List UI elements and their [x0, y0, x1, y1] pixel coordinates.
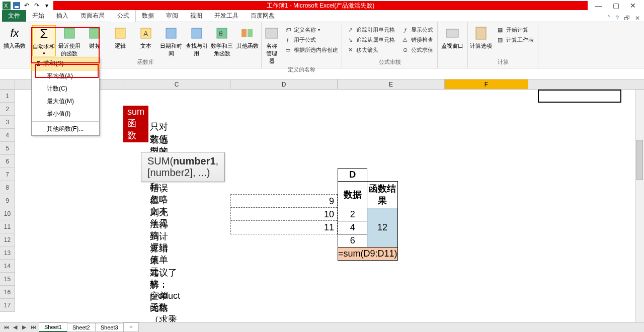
sheet-nav-next[interactable]: ▶: [20, 324, 28, 330]
col-header-c[interactable]: C: [123, 79, 230, 89]
insert-function-button[interactable]: fx插入函数: [2, 25, 27, 50]
calculate-now-button[interactable]: ▦开始计算: [494, 25, 536, 34]
row-header[interactable]: 15: [0, 273, 15, 286]
math-icon: θ: [214, 25, 230, 41]
svg-text:θ: θ: [219, 30, 223, 38]
row-header[interactable]: 14: [0, 260, 15, 273]
calc-now-icon: ▦: [496, 26, 504, 34]
redo-icon[interactable]: ↷: [32, 1, 41, 10]
maximize-button[interactable]: ▢: [611, 2, 621, 10]
formula-input[interactable]: [44, 68, 644, 79]
row-header[interactable]: 13: [0, 246, 15, 260]
vertical-scrollbar[interactable]: [635, 90, 644, 322]
row-header[interactable]: 8: [0, 181, 15, 194]
row-header[interactable]: 2: [0, 103, 15, 116]
tab-file[interactable]: 文件: [2, 10, 26, 22]
text-button[interactable]: A文本: [134, 25, 157, 50]
error-check-button[interactable]: ⚠错误检查: [399, 35, 435, 44]
doc-restore-icon[interactable]: 🗗: [624, 15, 630, 22]
financial-button[interactable]: 财务: [83, 25, 107, 50]
doc-close-icon[interactable]: ✕: [635, 15, 640, 22]
recent-functions-button[interactable]: 最近使用的函数: [58, 25, 82, 57]
title-text: 工作簿1 - Microsoft Excel(产品激活失败): [53, 1, 588, 10]
col-header-f[interactable]: F: [445, 79, 528, 89]
trace-dependents-button[interactable]: ↘追踪从属单元格: [344, 35, 397, 44]
tab-data[interactable]: 数据: [136, 10, 160, 22]
dropdown-count[interactable]: 计数(C): [32, 82, 99, 95]
watch-window-button[interactable]: 监视窗口: [440, 25, 465, 50]
calc-options-button[interactable]: 计算选项: [470, 25, 492, 50]
tab-formula[interactable]: 公式: [111, 10, 136, 22]
qat-dropdown-icon[interactable]: ▾: [42, 1, 51, 10]
create-from-selection-button[interactable]: ▭根据所选内容创建: [282, 45, 340, 54]
row-header[interactable]: 6: [0, 155, 15, 168]
row-header[interactable]: 16: [0, 286, 15, 299]
use-in-formula-button[interactable]: ƒ用于公式: [282, 35, 340, 44]
tab-view[interactable]: 视图: [184, 10, 208, 22]
tab-review[interactable]: 审阅: [160, 10, 184, 22]
save-icon[interactable]: [12, 1, 21, 10]
other-icon: [239, 25, 256, 41]
remove-arrows-button[interactable]: ✕移去箭头: [344, 45, 397, 54]
datetime-button[interactable]: 日期和时间: [159, 25, 183, 57]
logical-button[interactable]: 逻辑: [109, 25, 132, 50]
autosum-button[interactable]: Σ自动求和▼: [32, 25, 56, 56]
dropdown-average[interactable]: 平均值(A): [32, 70, 99, 82]
row-header[interactable]: 5: [0, 142, 15, 155]
row-header[interactable]: 11: [0, 220, 15, 233]
row-header[interactable]: 1: [0, 90, 15, 103]
sheet-tab-1[interactable]: Sheet1: [39, 322, 67, 332]
help-icon[interactable]: ?: [615, 15, 619, 22]
new-sheet-button[interactable]: ✧: [123, 322, 139, 332]
close-button[interactable]: ✕: [628, 2, 638, 10]
row-header[interactable]: 10: [0, 207, 15, 220]
scrollbar-thumb[interactable]: [636, 140, 643, 180]
lookup-button[interactable]: 查找与引用: [185, 25, 208, 57]
select-all-corner[interactable]: [0, 79, 15, 89]
trace-precedents-button[interactable]: ↗追踪引用单元格: [344, 25, 397, 34]
calculate-sheet-button[interactable]: ▥计算工作表: [494, 35, 536, 44]
sheet-tab-bar: ⏮ ◀ ▶ ⏭ Sheet1 Sheet2 Sheet3 ✧: [0, 322, 644, 332]
name-box[interactable]: [0, 68, 35, 79]
ribbon-minimize-icon[interactable]: ˄: [607, 15, 610, 22]
dropdown-sum[interactable]: Σ求和(S): [31, 57, 100, 70]
sheet-nav-last[interactable]: ⏭: [29, 324, 37, 330]
th-data: 数据: [338, 182, 367, 208]
name-manager-button[interactable]: 名称管理器: [264, 25, 280, 65]
datetime-icon: [163, 25, 179, 41]
tab-baidu[interactable]: 百度网盘: [245, 10, 281, 22]
sheet-nav-first[interactable]: ⏮: [2, 324, 10, 330]
undo-icon[interactable]: ↶: [22, 1, 31, 10]
row-header[interactable]: 3: [0, 116, 15, 129]
row-header[interactable]: 7: [0, 168, 15, 181]
sheet-tab-3[interactable]: Sheet3: [95, 323, 124, 332]
sum-tag: sum函数: [123, 106, 148, 142]
row-header[interactable]: 9: [0, 194, 15, 207]
sheet-nav-prev[interactable]: ◀: [11, 324, 19, 330]
row-header[interactable]: 12: [0, 233, 15, 246]
tab-dev[interactable]: 开发工具: [208, 10, 245, 22]
row-header[interactable]: 17: [0, 299, 15, 312]
svg-rect-15: [266, 28, 278, 38]
evaluate-formula-button[interactable]: ⊙公式求值: [399, 45, 435, 54]
minimize-button[interactable]: —: [594, 2, 604, 10]
row-header[interactable]: 4: [0, 129, 15, 142]
active-cell[interactable]: [538, 90, 621, 103]
dropdown-min[interactable]: 最小值(I): [32, 108, 99, 120]
col-header-d[interactable]: D: [230, 79, 338, 89]
svg-rect-5: [90, 28, 100, 38]
tab-layout[interactable]: 页面布局: [74, 10, 111, 22]
dropdown-other[interactable]: 其他函数(F)...: [32, 123, 99, 135]
math-button[interactable]: θ数学和三角函数: [210, 25, 234, 57]
tab-insert[interactable]: 插入: [50, 10, 74, 22]
th-d: D: [338, 169, 367, 182]
sheet-tab-2[interactable]: Sheet2: [67, 323, 96, 332]
col-header-e[interactable]: E: [338, 79, 445, 89]
define-name-button[interactable]: 🏷定义名称▾: [282, 25, 340, 34]
show-formulas-button[interactable]: 𝑓显示公式: [399, 25, 435, 34]
tab-home[interactable]: 开始: [26, 10, 50, 22]
dropdown-max[interactable]: 最大值(M): [32, 95, 99, 108]
show-formulas-icon: 𝑓: [401, 26, 409, 34]
other-functions-button[interactable]: 其他函数: [236, 25, 260, 50]
recent-icon: [61, 25, 77, 41]
